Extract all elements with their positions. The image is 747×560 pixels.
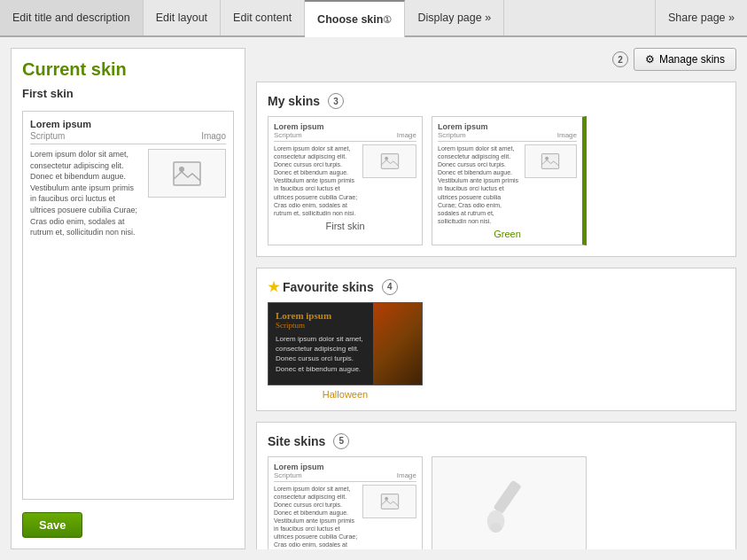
- top-navigation: Edit title and description Edit layout E…: [0, 0, 747, 37]
- favourite-skins-badge: 4: [382, 279, 398, 295]
- first-skin-preview: Lorem ipsum Scriptum Image Lorem ipsum d…: [274, 122, 416, 217]
- halloween-lorem: Lorem ipsum: [276, 310, 415, 321]
- main-area: Current skin First skin Lorem ipsum Scri…: [0, 37, 747, 560]
- preview-inner: Lorem ipsum dolor sit amet, consectetur …: [30, 149, 226, 238]
- tab-edit-content[interactable]: Edit content: [221, 0, 305, 35]
- my-skins-header: My skins 3: [268, 93, 725, 109]
- right-panel: 2 ⚙ Manage skins My skins 3 Lorem ipsum: [256, 48, 736, 549]
- my-skin-first[interactable]: Lorem ipsum Scriptum Image Lorem ipsum d…: [268, 116, 423, 245]
- tab-choose-skin[interactable]: Choose skin: [305, 0, 405, 37]
- site-skin[interactable]: Lorem ipsum Scriptum Image Lorem ipsum d…: [268, 456, 423, 549]
- current-skin-title: Current skin: [22, 59, 234, 80]
- green-skin-image: [525, 144, 577, 178]
- manage-skins-badge: 2: [612, 51, 628, 67]
- site-skins-row: Lorem ipsum Scriptum Image Lorem ipsum d…: [268, 456, 725, 549]
- tab-share-page[interactable]: Share page »: [655, 0, 747, 35]
- halloween-label-below: Halloween: [268, 389, 423, 400]
- right-top-row: 2 ⚙ Manage skins: [256, 48, 736, 71]
- preview-lorem: Lorem ipsum: [30, 119, 226, 129]
- my-skins-section: My skins 3 Lorem ipsum Scriptum Image Lo…: [256, 82, 736, 257]
- my-skins-title: My skins: [268, 94, 320, 108]
- svg-rect-8: [493, 480, 521, 515]
- my-skin-green[interactable]: Lorem ipsum Scriptum Image Lorem ipsum d…: [432, 116, 587, 245]
- site-skins-badge: 5: [333, 433, 349, 449]
- gear-icon: ⚙: [645, 53, 655, 66]
- svg-rect-4: [542, 154, 559, 169]
- star-icon: ★: [268, 279, 279, 295]
- no-skin[interactable]: [432, 456, 587, 549]
- preview-image-placeholder: [148, 149, 226, 198]
- svg-rect-0: [174, 162, 200, 185]
- favourite-skins-header: ★ Favourite skins 4: [268, 279, 725, 295]
- green-skin-preview: Lorem ipsum Scriptum Image Lorem ipsum d…: [438, 122, 577, 225]
- site-skins-header: Site skins 5: [268, 433, 725, 449]
- first-skin-label: First skin: [274, 221, 416, 231]
- left-panel: Current skin First skin Lorem ipsum Scri…: [11, 48, 245, 549]
- first-skin-image: [362, 144, 416, 178]
- site-skins-section: Site skins 5 Lorem ipsum Scriptum Image …: [256, 422, 736, 549]
- halloween-scriptum: Scriptum: [276, 321, 415, 330]
- svg-rect-2: [381, 154, 398, 169]
- tab-edit-layout[interactable]: Edit layout: [144, 0, 221, 35]
- svg-point-10: [490, 523, 502, 533]
- manage-skins-button[interactable]: ⚙ Manage skins: [634, 48, 736, 71]
- site-skin-preview: Lorem ipsum Scriptum Image Lorem ipsum d…: [274, 463, 416, 549]
- site-skin-image: [362, 485, 416, 518]
- tab-display-page[interactable]: Display page »: [405, 0, 504, 35]
- my-skins-badge: 3: [328, 93, 344, 109]
- favourite-skins-title: Favourite skins: [283, 280, 374, 294]
- current-skin-name: First skin: [22, 87, 234, 100]
- site-skins-title: Site skins: [268, 434, 325, 448]
- favourite-skins-row: Lorem ipsum Scriptum Lorem ipsum dolor s…: [268, 302, 725, 385]
- green-skin-label: Green: [438, 229, 577, 239]
- preview-scriptum: Scriptum Imago: [30, 131, 226, 144]
- halloween-skin[interactable]: Lorem ipsum Scriptum Lorem ipsum dolor s…: [268, 302, 423, 385]
- skin-preview-box: Lorem ipsum Scriptum Imago Lorem ipsum d…: [22, 111, 234, 500]
- favourite-skins-section: ★ Favourite skins 4 Lorem ipsum Scriptum…: [256, 268, 736, 411]
- my-skins-row: Lorem ipsum Scriptum Image Lorem ipsum d…: [268, 116, 725, 245]
- preview-body-text: Lorem ipsum dolor sit amet, consectetur …: [30, 149, 138, 238]
- paintbrush-icon: [479, 477, 541, 541]
- tab-edit-title[interactable]: Edit title and description: [0, 0, 144, 35]
- save-button[interactable]: Save: [22, 512, 82, 538]
- image-placeholder-icon: [173, 161, 201, 186]
- halloween-body: Lorem ipsum dolor sit amet, consectetur …: [276, 334, 366, 374]
- svg-rect-6: [381, 494, 398, 509]
- manage-skins-label: Manage skins: [659, 53, 725, 66]
